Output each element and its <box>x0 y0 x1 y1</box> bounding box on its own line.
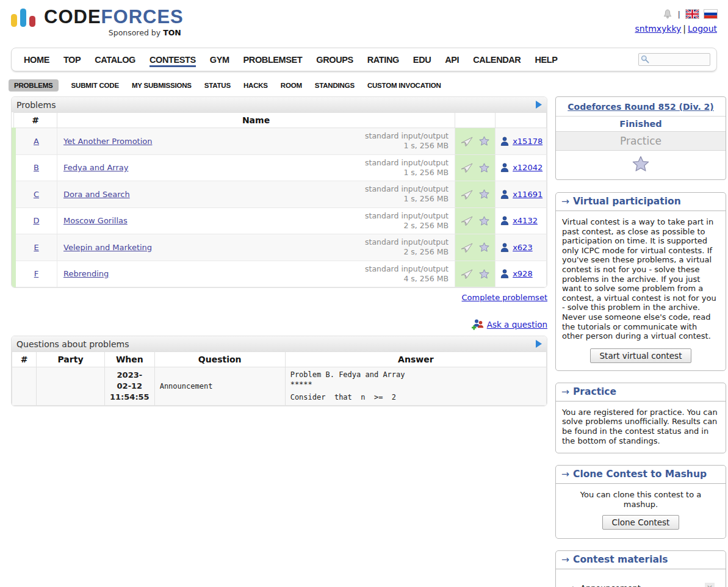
problem-b-io: standard input/output <box>365 158 449 168</box>
contest-materials-title: Contest materials <box>573 554 668 565</box>
close-icon[interactable]: × <box>705 583 715 587</box>
problem-b-name-link[interactable]: Fedya and Array <box>63 163 128 172</box>
start-virtual-contest-button[interactable]: Start virtual contest <box>590 348 692 363</box>
codeforces-logo[interactable]: CODEFORCES Sponsored by TON <box>11 7 184 45</box>
favorite-star-icon[interactable] <box>479 242 489 252</box>
problem-a-solved-count[interactable]: x15178 <box>513 137 542 146</box>
favorite-star-icon[interactable] <box>479 136 489 146</box>
problem-d-io: standard input/output <box>365 211 449 221</box>
paper-plane-icon[interactable] <box>461 162 473 173</box>
nav-item-top[interactable]: TOP <box>63 52 81 67</box>
problem-c-index-link[interactable]: C <box>34 190 39 199</box>
announcement-link[interactable]: Announcement <box>580 583 641 587</box>
complete-problemset-link[interactable]: Complete problemset <box>462 293 547 302</box>
clone-contest-button[interactable]: Clone Contest <box>602 515 680 530</box>
bell-icon[interactable] <box>663 9 672 19</box>
problem-row-e: E Velepin and Marketing standard input/o… <box>14 234 547 261</box>
col-header-solved <box>496 113 547 128</box>
problem-f-index-link[interactable]: F <box>34 269 38 278</box>
problem-f-name-link[interactable]: Rebrending <box>63 269 109 278</box>
nav-item-help[interactable]: HELP <box>535 52 557 67</box>
problem-c-solved-count[interactable]: x11691 <box>513 190 542 199</box>
nav-item-rating[interactable]: RATING <box>367 52 399 67</box>
problem-a-index-link[interactable]: A <box>34 137 39 146</box>
nav-item-home[interactable]: HOME <box>24 52 49 67</box>
nav-item-contests[interactable]: CONTESTS <box>150 52 196 67</box>
expand-arrow-icon[interactable] <box>536 340 542 348</box>
ru-flag-icon[interactable] <box>704 10 717 18</box>
problem-c-name-link[interactable]: Dora and Search <box>63 190 130 199</box>
problem-e-name-link[interactable]: Velepin and Marketing <box>63 243 152 252</box>
question-party-cell <box>37 367 105 406</box>
q-col-answer: Answer <box>285 352 546 367</box>
favorite-star-icon[interactable] <box>479 189 489 199</box>
expand-arrow-icon[interactable] <box>536 101 542 109</box>
virtual-participation-title: Virtual participation <box>573 196 681 207</box>
problem-f-solved-count[interactable]: x928 <box>513 269 533 278</box>
favorite-star-icon[interactable] <box>479 269 489 279</box>
contest-title-link[interactable]: Codeforces Round 852 (Div. 2) <box>568 102 713 112</box>
problem-b-limits: 1 s, 256 MB <box>365 168 449 178</box>
nav-item-api[interactable]: API <box>445 52 459 67</box>
problem-e-limits: 2 s, 256 MB <box>365 247 449 257</box>
question-row: 2023-02-12 11:54:55 Announcement Problem… <box>12 367 547 406</box>
paper-plane-icon[interactable] <box>461 242 473 253</box>
favorite-star-icon[interactable] <box>479 216 489 226</box>
question-text-cell: Announcement <box>154 367 285 406</box>
uk-flag-icon[interactable] <box>686 10 699 18</box>
subnav-item-custom-invocation[interactable]: CUSTOM INVOCATION <box>367 82 441 89</box>
sponsored-prefix: Sponsored by <box>109 28 163 37</box>
nav-item-gym[interactable]: GYM <box>210 52 229 67</box>
problem-d-index-link[interactable]: D <box>33 216 39 225</box>
problem-b-index-link[interactable]: B <box>34 163 39 172</box>
contest-mode: Practice <box>556 131 726 150</box>
nav-item-problemset[interactable]: PROBLEMSET <box>243 52 303 67</box>
nav-item-calendar[interactable]: CALENDAR <box>473 52 521 67</box>
problem-d-name-link[interactable]: Moscow Gorillas <box>63 216 128 225</box>
virtual-participation-box: →Virtual participation Virtual contest i… <box>555 192 726 371</box>
paper-plane-icon[interactable] <box>461 268 473 279</box>
subnav-item-status[interactable]: STATUS <box>204 82 231 89</box>
col-header-name: Name <box>57 113 455 128</box>
questions-caption-bar: Questions about problems <box>12 336 547 351</box>
favorite-star-icon[interactable] <box>479 163 489 173</box>
problem-e-index-link[interactable]: E <box>34 243 38 252</box>
problem-row-b: B Fedya and Array standard input/output1… <box>14 154 547 181</box>
nav-item-groups[interactable]: GROUPS <box>316 52 353 67</box>
q-col-num: # <box>12 352 37 367</box>
nav-item-edu[interactable]: EDU <box>413 52 431 67</box>
subnav-item-standings[interactable]: STANDINGS <box>315 82 355 89</box>
ask-question-link[interactable]: Ask a question <box>487 320 547 330</box>
clone-contest-box: →Clone Contest to Mashup You can clone t… <box>555 465 726 539</box>
problem-a-name-link[interactable]: Yet Another Promotion <box>63 137 152 146</box>
main-column: Problems # Name A <box>11 96 547 406</box>
subnav-item-submit-code[interactable]: SUBMIT CODE <box>71 82 119 89</box>
paper-plane-icon[interactable] <box>461 215 473 226</box>
problem-row-c: C Dora and Search standard input/output1… <box>14 181 547 208</box>
clone-contest-title: Clone Contest to Mashup <box>573 469 707 480</box>
col-header-act <box>455 113 496 128</box>
subnav-item-my-submissions[interactable]: MY SUBMISSIONS <box>132 82 192 89</box>
username-link[interactable]: sntmxykky <box>635 24 681 34</box>
problem-e-solved-count[interactable]: x623 <box>513 243 533 252</box>
problem-d-solved-count[interactable]: x4132 <box>513 216 538 225</box>
favorite-star-icon[interactable] <box>632 156 649 172</box>
problem-b-solved-count[interactable]: x12042 <box>513 163 542 172</box>
subnav-item-room[interactable]: ROOM <box>281 82 302 89</box>
contest-info-box: Codeforces Round 852 (Div. 2) Finished P… <box>555 96 726 180</box>
problem-c-limits: 1 s, 256 MB <box>365 194 449 204</box>
solved-user-icon <box>500 269 509 278</box>
q-col-question: Question <box>154 352 285 367</box>
subnav-item-hacks[interactable]: HACKS <box>243 82 268 89</box>
paper-plane-icon[interactable] <box>461 135 473 147</box>
header-user-area: | sntmxykky|Logout <box>635 7 717 45</box>
paper-plane-icon[interactable] <box>461 189 473 200</box>
logout-link[interactable]: Logout <box>688 24 717 34</box>
main-navigation: HOME TOP CATALOG CONTESTS GYM PROBLEMSET… <box>11 48 717 71</box>
subnav-item-problems[interactable]: PROBLEMS <box>9 79 59 92</box>
problems-table: # Name A Yet Another Promotion standard … <box>12 112 547 287</box>
nav-item-catalog[interactable]: CATALOG <box>95 52 135 67</box>
practice-text: You are registered for practice. You can… <box>562 408 718 445</box>
sponsored-brand: TON <box>163 28 181 37</box>
answer-line-1: Problem B. Fedya and Array <box>290 370 541 380</box>
